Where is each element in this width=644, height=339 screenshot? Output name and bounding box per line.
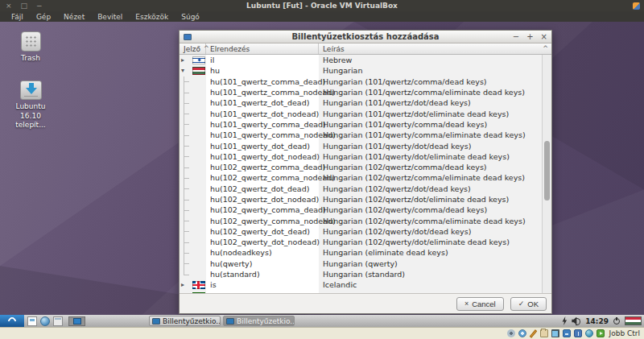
scrollbar-thumb[interactable] xyxy=(544,141,550,201)
layout-row[interactable]: hu(101_qwerty_comma_dead)Hungarian (101/… xyxy=(180,119,551,130)
indicator-cell xyxy=(180,162,206,172)
indicator-cell: ▸ xyxy=(180,279,206,290)
layout-row[interactable] xyxy=(180,291,551,294)
status-usb-icon[interactable] xyxy=(574,329,582,337)
layout-row[interactable]: hu(101_qwertz_comma_nodead)Hungarian (10… xyxy=(180,87,551,97)
layout-row[interactable]: hu(101_qwertz_dot_nodead)Hungarian (101/… xyxy=(180,108,551,118)
file-manager-icon[interactable] xyxy=(27,316,37,326)
desktop-icon-label: Trash xyxy=(21,54,40,63)
dialog-minimize-icon[interactable]: − xyxy=(513,33,519,41)
window-maximize-icon[interactable]: □ xyxy=(21,2,28,10)
layout-description xyxy=(319,291,551,294)
keyboard-layout-flag-icon[interactable] xyxy=(625,316,642,325)
task-button-label: Billentyűzetkio... xyxy=(163,317,221,325)
status-web-icon[interactable] xyxy=(585,329,593,337)
layout-description: Hungarian (standard) xyxy=(319,269,551,279)
indicator-cell xyxy=(180,184,206,194)
expand-icon[interactable]: ▸ xyxy=(181,282,184,288)
layout-description: Hungarian (eliminate dead keys) xyxy=(319,247,551,258)
layout-row[interactable]: hu(101_qwerty_dot_nodead)Hungarian (101/… xyxy=(180,151,551,162)
layout-row[interactable]: ▸isIcelandic xyxy=(180,279,551,290)
logout-icon[interactable] xyxy=(613,317,621,325)
indicator-cell xyxy=(180,97,206,108)
menu-item-bevitel[interactable]: Bevitel xyxy=(91,13,129,21)
cancel-button[interactable]: × Cancel xyxy=(456,297,504,311)
clock[interactable]: 14:29 xyxy=(585,317,609,325)
layout-row[interactable]: hu(102_qwertz_comma_dead)Hungarian (102/… xyxy=(180,162,551,172)
status-record-icon[interactable] xyxy=(529,329,536,337)
tree-line xyxy=(184,194,192,205)
layout-row[interactable]: hu(standard)Hungarian (standard) xyxy=(180,269,551,279)
dialog-titlebar[interactable]: Billentyűzetkiosztás hozzáadása − + × xyxy=(180,31,551,43)
dialog-maximize-icon[interactable]: + xyxy=(526,33,533,41)
layout-row[interactable]: hu(102_qwerty_comma_dead)Hungarian (102/… xyxy=(180,205,551,215)
desktop-icon-trash[interactable]: Trash xyxy=(6,31,55,63)
menu-item-súgó[interactable]: Súgó xyxy=(175,13,206,21)
layout-description: Hungarian (101/qwertz/comma/dead keys) xyxy=(319,76,551,87)
layout-name: hu(102_qwertz_comma_dead) xyxy=(206,162,319,172)
tree-line xyxy=(184,215,192,225)
layout-name: hu(101_qwertz_dot_dead) xyxy=(206,97,319,108)
layout-row[interactable]: hu(102_qwertz_dot_nodead)Hungarian (102/… xyxy=(180,194,551,205)
status-display-icon[interactable] xyxy=(551,329,559,337)
tree-line xyxy=(184,205,192,215)
window-icon xyxy=(226,318,234,325)
menu-item-nézet[interactable]: Nézet xyxy=(57,13,91,21)
layout-description: Hungarian (101/qwerty/comma/dead keys) xyxy=(319,119,551,130)
tree-line xyxy=(184,151,192,162)
collapse-icon[interactable]: ▾ xyxy=(181,68,184,74)
layout-name: hu xyxy=(206,65,319,76)
dialog-close-icon[interactable]: × xyxy=(541,33,547,41)
column-header-indicator[interactable]: Jelző ^ xyxy=(180,43,206,54)
layout-row[interactable]: hu(102_qwerty_comma_nodead)Hungarian (10… xyxy=(180,215,551,225)
layout-row[interactable]: hu(qwerty)Hungarian (qwerty) xyxy=(180,258,551,269)
desktop-pager[interactable] xyxy=(68,316,85,326)
power-status-icon[interactable] xyxy=(561,316,568,325)
column-header-layout[interactable]: Elrendezés xyxy=(206,43,319,54)
layout-name: hu(102_qwerty_dot_nodead) xyxy=(206,237,319,247)
menu-item-eszközök[interactable]: Eszközök xyxy=(129,13,175,21)
show-desktop-icon[interactable] xyxy=(53,316,63,326)
column-header-description[interactable]: Leírás ^ xyxy=(319,43,551,54)
ok-check-icon: ✓ xyxy=(518,300,525,308)
layout-description: Hungarian xyxy=(319,65,551,76)
desktop-icon-installer[interactable]: Lubuntu16.10 telepít... xyxy=(6,81,55,130)
layout-row[interactable]: ▸ilHebrew xyxy=(180,55,551,65)
window-close-icon[interactable]: × xyxy=(6,2,12,10)
iceland-flag-icon xyxy=(192,281,205,289)
menu-item-gép[interactable]: Gép xyxy=(30,13,57,21)
layout-row[interactable]: hu(nodeadkeys)Hungarian (eliminate dead … xyxy=(180,247,551,258)
host-key-label: Jobb Ctrl xyxy=(609,329,640,337)
layout-row[interactable]: hu(102_qwerty_dot_nodead)Hungarian (102/… xyxy=(180,237,551,247)
layout-row[interactable]: hu(101_qwertz_comma_dead)Hungarian (101/… xyxy=(180,76,551,87)
window-minimize-icon[interactable]: − xyxy=(36,2,43,10)
status-folder-icon[interactable] xyxy=(540,329,548,337)
vertical-scrollbar[interactable] xyxy=(542,55,551,293)
task-button[interactable]: Billentyűzetkio... xyxy=(149,316,221,326)
status-exec-icon[interactable] xyxy=(597,329,605,337)
task-button-label: Billentyűzetkio... xyxy=(237,317,295,325)
layout-description: Hungarian (102/qwerty/comma/eliminate de… xyxy=(319,215,551,225)
layout-row[interactable]: hu(101_qwerty_dot_dead)Hungarian (101/qw… xyxy=(180,140,551,151)
layout-row[interactable]: hu(101_qwerty_comma_nodead)Hungarian (10… xyxy=(180,130,551,140)
layout-row[interactable]: hu(102_qwerty_dot_dead)Hungarian (102/qw… xyxy=(180,226,551,237)
volume-icon[interactable] xyxy=(572,317,581,325)
ok-button[interactable]: ✓ OK xyxy=(510,297,547,311)
status-disk-icon[interactable] xyxy=(507,329,515,337)
web-browser-icon[interactable] xyxy=(40,316,50,326)
task-button[interactable]: Billentyűzetkio... xyxy=(223,316,295,326)
layout-row[interactable]: hu(102_qwertz_dot_dead)Hungarian (102/qw… xyxy=(180,184,551,194)
layout-description: Hungarian (101/qwertz/dot/eliminate dead… xyxy=(319,108,551,118)
indicator-cell xyxy=(180,205,206,215)
start-menu-button[interactable] xyxy=(0,315,24,327)
status-network-icon[interactable] xyxy=(563,329,571,337)
indicator-cell: ▾ xyxy=(180,65,206,76)
menu-item-fájl[interactable]: Fájl xyxy=(5,13,30,21)
layout-description: Hebrew xyxy=(319,55,551,65)
expand-icon[interactable]: ▸ xyxy=(181,57,184,64)
layout-row[interactable]: hu(102_qwertz_comma_nodead)Hungarian (10… xyxy=(180,172,551,183)
status-optical-icon[interactable] xyxy=(518,329,526,337)
layout-description: Hungarian (101/qwerty/comma/eliminate de… xyxy=(319,130,551,140)
layout-row[interactable]: ▾huHungarian xyxy=(180,65,551,76)
layout-row[interactable]: hu(101_qwertz_dot_dead)Hungarian (101/qw… xyxy=(180,97,551,108)
